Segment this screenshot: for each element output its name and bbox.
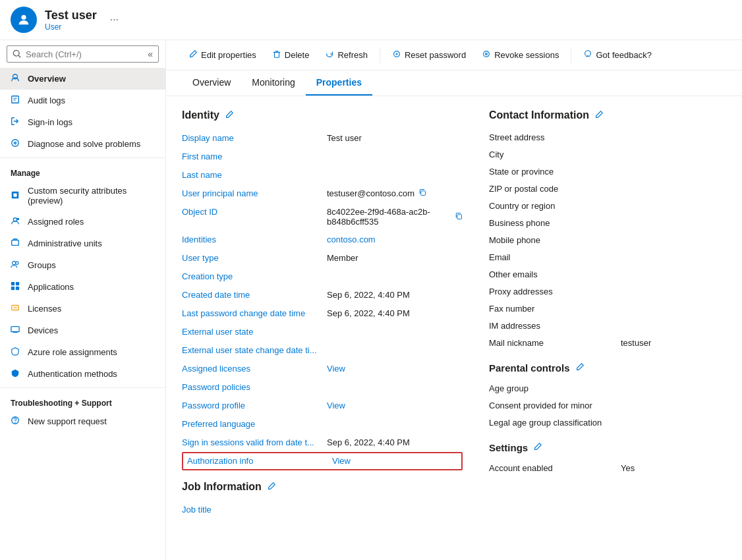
right-column: Contact Information Street address City … [489,109,726,519]
contact-country: Country or region [489,198,726,215]
contact-business-phone: Business phone [489,215,726,232]
contact-legal-age: Legal age group classification [489,414,726,432]
prop-value: Sep 6, 2022, 4:40 PM [327,437,463,447]
property-external-user-state: External user state [182,323,463,341]
tab-monitoring[interactable]: Monitoring [241,70,305,96]
prop-label: Password policies [182,382,327,392]
property-object-id: Object ID 8c4022ee-2f9d-468a-ac2b-b848b6… [182,203,463,231]
toolbar-separator-2 [571,47,571,63]
content-area: Edit properties Delete Refresh Reset pas [166,40,742,560]
sidebar-item-licenses[interactable]: Licenses [0,298,165,320]
identities-link[interactable]: contoso.com [327,235,376,244]
svg-rect-28 [457,214,462,219]
custom-security-icon [11,190,21,202]
prop-label: Consent provided for minor [489,401,621,410]
overview-icon [11,73,21,84]
devices-icon [11,325,21,336]
property-last-name: Last name [182,166,463,184]
prop-label: Account enabled [489,463,621,473]
assigned-licenses-view-link[interactable]: View [327,364,345,374]
svg-line-2 [18,55,20,57]
prop-label: First name [182,152,327,161]
search-box[interactable]: « [7,45,159,63]
search-input[interactable] [26,49,144,59]
tab-properties[interactable]: Properties [306,70,372,96]
settings-account-enabled: Account enabled Yes [489,460,726,477]
ellipsis-button[interactable]: ··· [110,14,119,26]
sidebar-item-applications[interactable]: Applications [0,276,165,298]
svg-point-10 [13,218,16,221]
prop-label: Creation type [182,271,327,281]
sidebar-item-sign-in-logs[interactable]: Sign-in logs [0,111,165,133]
authorization-info-view-link[interactable]: View [332,456,351,466]
prop-label: Fax number [489,304,621,314]
sidebar-item-azure-roles[interactable]: Azure role assignments [0,341,165,363]
prop-label: Display name [182,133,327,143]
password-profile-view-link[interactable]: View [327,401,345,410]
prop-value: View [327,401,463,410]
svg-rect-15 [11,282,14,285]
sidebar-item-devices[interactable]: Devices [0,320,165,341]
audit-logs-icon [11,95,21,106]
contact-consent-minor: Consent provided for minor [489,397,726,414]
revoke-sessions-button[interactable]: Revoke sessions [475,45,565,65]
copy-icon[interactable] [418,188,426,198]
sidebar-item-diagnose[interactable]: Diagnose and solve problems [0,133,165,155]
sidebar-item-groups[interactable]: Groups [0,254,165,276]
sidebar-item-overview[interactable]: Overview [0,68,165,90]
prop-value: testuser@contoso.com [327,188,463,198]
copy-icon[interactable] [455,212,463,222]
prop-label: User principal name [182,188,327,198]
parental-controls-edit-icon[interactable] [575,362,585,374]
edit-properties-button[interactable]: Edit properties [182,45,263,65]
contact-mobile-phone: Mobile phone [489,232,726,249]
tabs: Overview Monitoring Properties [166,70,742,96]
sidebar-item-label: Administrative units [28,238,102,248]
prop-value: Yes [621,463,726,473]
prop-label: ZIP or postal code [489,184,621,194]
licenses-icon [11,303,21,314]
tab-overview[interactable]: Overview [182,70,241,96]
sidebar-item-custom-security[interactable]: Custom security attributes (preview) [0,181,165,211]
feedback-button[interactable]: Got feedback? [577,45,658,65]
svg-rect-18 [16,287,19,290]
avatar [11,7,37,33]
groups-icon [11,260,21,271]
contact-fax: Fax number [489,300,726,318]
settings-section-title: Settings [489,442,726,453]
prop-label: Password profile [182,401,327,410]
sidebar-item-label: Azure role assignments [28,347,117,357]
parental-controls-section-title: Parental controls [489,362,726,374]
reset-password-button[interactable]: Reset password [385,45,472,65]
svg-rect-20 [11,327,19,332]
refresh-button[interactable]: Refresh [318,45,374,65]
toolbar: Edit properties Delete Refresh Reset pas [166,40,742,70]
main-layout: « Overview Audit logs Sign-in logs Diagn… [0,40,742,560]
sign-in-icon [11,117,21,128]
sidebar-item-auth-methods[interactable]: Authentication methods [0,363,165,385]
assigned-roles-icon [11,216,21,227]
svg-rect-4 [12,96,19,103]
identity-edit-icon[interactable] [225,110,234,121]
settings-edit-icon[interactable] [533,442,542,453]
sidebar-item-support[interactable]: New support request [0,410,165,432]
prop-label: Authorization info [187,456,332,466]
sidebar-item-label: Overview [28,74,66,84]
sidebar: « Overview Audit logs Sign-in logs Diagn… [0,40,166,560]
property-assigned-licenses: Assigned licenses View [182,360,463,378]
sidebar-item-admin-units[interactable]: Administrative units [0,233,165,254]
sidebar-item-label: Diagnose and solve problems [28,139,140,149]
contact-edit-icon[interactable] [594,110,604,121]
svg-rect-27 [421,191,426,196]
sidebar-item-assigned-roles[interactable]: Assigned roles [0,211,165,233]
delete-button[interactable]: Delete [266,45,316,65]
collapse-button[interactable]: « [148,49,153,59]
left-column: Identity Display name Test user First na… [182,109,463,519]
prop-label: IM addresses [489,321,621,331]
job-info-edit-icon[interactable] [267,482,276,493]
prop-label: Country or region [489,201,621,211]
prop-label: Object ID [182,207,327,217]
sidebar-item-audit-logs[interactable]: Audit logs [0,90,165,111]
contact-age-group: Age group [489,380,726,397]
edit-icon [188,49,198,61]
